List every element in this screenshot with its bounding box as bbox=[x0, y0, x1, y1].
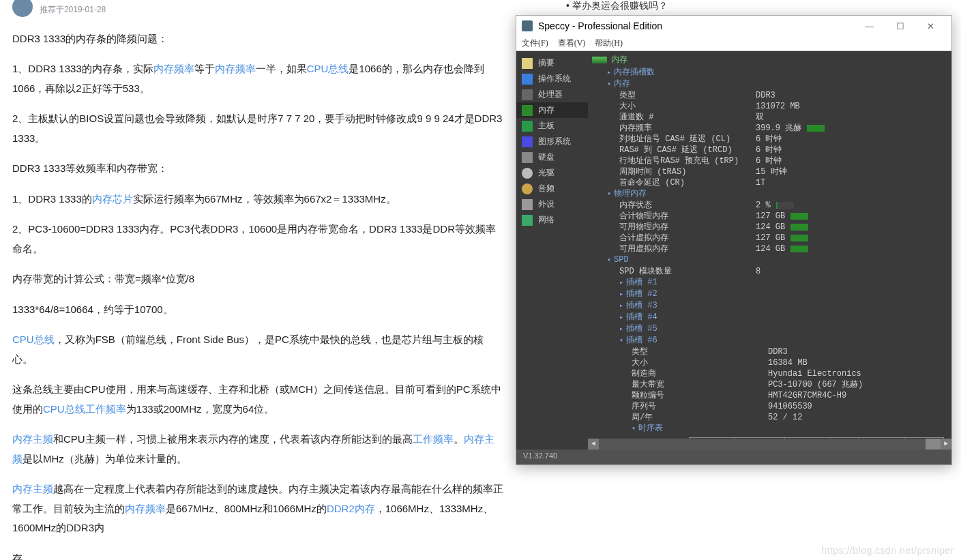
link-cpubus[interactable]: CPU总线 bbox=[307, 63, 349, 74]
tree-node[interactable]: 插槽 #1 bbox=[619, 277, 947, 289]
watermark: https://blog.csdn.net/prsniper bbox=[821, 545, 954, 556]
sidebar-item-1[interactable]: 操作系统 bbox=[516, 71, 588, 87]
sidebar-item-9[interactable]: 外设 bbox=[516, 196, 588, 212]
tree-row: 行地址信号RAS# 预充电 (tRP)6 时钟 bbox=[619, 156, 947, 166]
para: 1、DDR3 1333的内存芯片实际运行频率为667MHz，等效频率为667x2… bbox=[12, 190, 503, 209]
section-header: 内存 bbox=[592, 54, 947, 65]
sidebar-icon bbox=[522, 136, 533, 147]
sidebar: 摘要操作系统处理器内存主板图形系统硬盘光驱音频外设网络 bbox=[516, 51, 588, 450]
para: 存。 bbox=[12, 549, 503, 560]
link-memfreq[interactable]: 内存频率 bbox=[153, 63, 194, 74]
link-workfreq[interactable]: 工作频率 bbox=[413, 433, 454, 445]
para: DDR3 1333的内存条的降频问题： bbox=[12, 29, 503, 49]
tree-row: 通道数 #双 bbox=[619, 112, 947, 123]
sidebar-item-0[interactable]: 摘要 bbox=[516, 55, 588, 71]
menu-view[interactable]: 查看(V) bbox=[558, 38, 586, 49]
para: 2、主板默认的BIOS设置问题也会导致降频，如默认是时序7 7 7 20，要手动… bbox=[12, 109, 503, 148]
sidebar-icon bbox=[522, 168, 533, 179]
para: 1、DDR3 1333的内存条，实际内存频率等于内存频率一半，如果CPU总线是1… bbox=[12, 59, 503, 98]
app-icon bbox=[522, 20, 533, 31]
titlebar[interactable]: Speccy - Professional Edition — ☐ ✕ bbox=[516, 16, 951, 36]
detail-pane: 内存 内存插槽数内存类型DDR3大小131072 MB通道数 #双内存频率399… bbox=[588, 51, 951, 450]
tree-row: 首命令延迟 (CR)1T bbox=[619, 177, 947, 188]
related-item[interactable]: • 举办奥运会很赚钱吗？ bbox=[566, 0, 668, 12]
tree-node[interactable]: 插槽 #2 bbox=[619, 289, 947, 300]
sidebar-icon bbox=[522, 183, 533, 194]
scroll-thumb[interactable] bbox=[926, 439, 941, 450]
sidebar-icon bbox=[522, 105, 533, 116]
sidebar-item-5[interactable]: 图形系统 bbox=[516, 134, 588, 149]
minimize-button[interactable]: — bbox=[854, 16, 885, 36]
tree-node[interactable]: 插槽 #6 bbox=[619, 335, 947, 347]
tree-row: 可用物理内存124 GB bbox=[619, 222, 947, 233]
sidebar-item-10[interactable]: 网络 bbox=[516, 212, 588, 228]
tree-row: 内存频率399.9 兆赫 bbox=[619, 123, 947, 134]
tree-row: SPD 模块数量8 bbox=[619, 266, 947, 277]
tree-row: 制造商Hyundai Electronics bbox=[632, 368, 947, 379]
para: 1333*64/8=10664，约等于10700。 bbox=[12, 300, 503, 320]
sidebar-icon bbox=[522, 152, 533, 163]
tree-node[interactable]: 内存 bbox=[607, 78, 947, 90]
window-title: Speccy - Professional Edition bbox=[538, 20, 662, 31]
para: 内存主频和CPU主频一样，习惯上被用来表示内存的速度，代表着该内存所能达到的最高… bbox=[12, 430, 503, 469]
tree-row: 类型DDR3 bbox=[632, 347, 947, 357]
maximize-button[interactable]: ☐ bbox=[885, 16, 915, 36]
sidebar-icon bbox=[522, 58, 533, 69]
scroll-right[interactable]: ► bbox=[941, 439, 951, 450]
link-ddr2[interactable]: DDR2内存 bbox=[327, 503, 375, 514]
tree-node[interactable]: 插槽 #5 bbox=[619, 323, 947, 335]
tree-row: 大小131072 MB bbox=[619, 101, 947, 112]
para: 这条总线主要由CPU使用，用来与高速缓存、主存和北桥（或MCH）之间传送信息。目… bbox=[12, 380, 503, 419]
link-memchip[interactable]: 内存芯片 bbox=[92, 193, 133, 205]
sidebar-item-8[interactable]: 音频 bbox=[516, 181, 588, 196]
tree-node[interactable]: 物理内存 bbox=[607, 188, 947, 200]
sidebar-icon bbox=[522, 74, 533, 85]
sidebar-item-3[interactable]: 内存 bbox=[516, 102, 588, 118]
tree-row: 序列号941065539 bbox=[632, 401, 947, 412]
statusbar: V1.32.740 bbox=[516, 450, 951, 465]
forum-answer: 推荐于2019-01-28 DDR3 1333的内存条的降频问题： 1、DDR3… bbox=[12, 0, 503, 560]
para: DDR3 1333等效频率和内存带宽： bbox=[12, 159, 503, 179]
link-busfreq[interactable]: CPU总线工作频率 bbox=[43, 403, 126, 415]
tree-row: 最大带宽PC3-10700 (667 兆赫) bbox=[632, 379, 947, 390]
para: 内存主频越高在一定程度上代表着内存所能达到的速度越快。内存主频决定着该内存最高能… bbox=[12, 480, 503, 538]
tree-row: 列地址信号 CAS# 延迟 (CL)6 时钟 bbox=[619, 134, 947, 145]
tree-node[interactable]: 插槽 #3 bbox=[619, 300, 947, 312]
menu-help[interactable]: 帮助(H) bbox=[595, 38, 623, 49]
tree-row: 可用虚拟内存124 GB bbox=[619, 244, 947, 254]
para: 2、PC3-10600=DDR3 1333内存。PC3代表DDR3，10600是… bbox=[12, 220, 503, 259]
sidebar-item-6[interactable]: 硬盘 bbox=[516, 149, 588, 165]
sidebar-icon bbox=[522, 89, 533, 100]
tree-node[interactable]: 内存插槽数 bbox=[607, 67, 947, 78]
link-memfreq[interactable]: 内存频率 bbox=[125, 503, 166, 514]
link-memclock[interactable]: 内存主频 bbox=[12, 483, 53, 495]
scroll-left[interactable]: ◄ bbox=[588, 439, 599, 450]
recommend-date: 推荐于2019-01-28 bbox=[40, 2, 106, 18]
tree-row: 大小16384 MB bbox=[632, 357, 947, 368]
tree-row: 合计物理内存127 GB bbox=[619, 211, 947, 222]
tree-row: 周/年52 / 12 bbox=[632, 412, 947, 423]
para: 内存带宽的计算公式：带宽=频率*位宽/8 bbox=[12, 269, 503, 289]
tree-node[interactable]: 插槽 #4 bbox=[619, 312, 947, 323]
sidebar-item-4[interactable]: 主板 bbox=[516, 118, 588, 134]
related-list: • 举办奥运会很赚钱吗？ bbox=[566, 0, 668, 12]
h-scrollbar[interactable]: ◄ ► bbox=[588, 439, 951, 450]
user-avatar[interactable] bbox=[12, 0, 33, 17]
menubar: 文件(F) 查看(V) 帮助(H) bbox=[516, 36, 951, 51]
tree-row: 颗粒编号HMT42GR7CMR4C-H9 bbox=[632, 390, 947, 401]
link-memfreq[interactable]: 内存频率 bbox=[215, 63, 256, 74]
link-memclock[interactable]: 内存主频 bbox=[12, 433, 53, 445]
sidebar-item-7[interactable]: 光驱 bbox=[516, 165, 588, 181]
sidebar-icon bbox=[522, 199, 533, 210]
close-button[interactable]: ✕ bbox=[915, 16, 946, 36]
tree-node[interactable]: 时序表 bbox=[632, 423, 947, 434]
sidebar-item-2[interactable]: 处理器 bbox=[516, 87, 588, 102]
menu-file[interactable]: 文件(F) bbox=[522, 38, 548, 49]
ram-icon bbox=[592, 57, 607, 63]
link-cpubus[interactable]: CPU总线 bbox=[12, 334, 55, 345]
speccy-window: Speccy - Professional Edition — ☐ ✕ 文件(F… bbox=[516, 15, 952, 465]
tree-row: RAS# 到 CAS# 延迟 (tRCD)6 时钟 bbox=[619, 145, 947, 156]
sidebar-icon bbox=[522, 215, 533, 226]
tree-node[interactable]: SPD bbox=[607, 254, 947, 266]
tree-row: 周期时间 (tRAS)15 时钟 bbox=[619, 166, 947, 177]
